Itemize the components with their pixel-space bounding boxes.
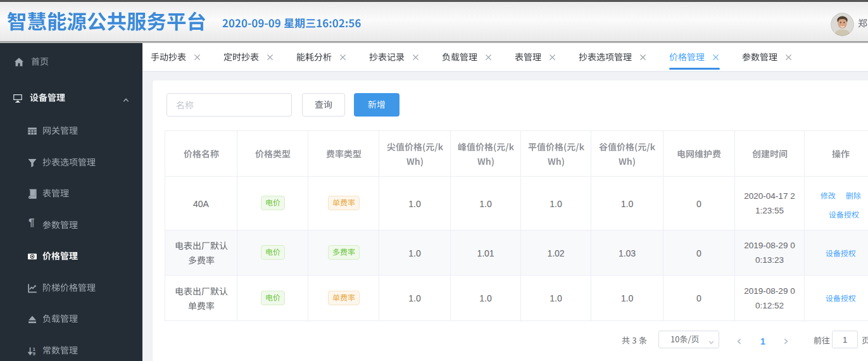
svg-text:9: 9 [33, 351, 36, 356]
